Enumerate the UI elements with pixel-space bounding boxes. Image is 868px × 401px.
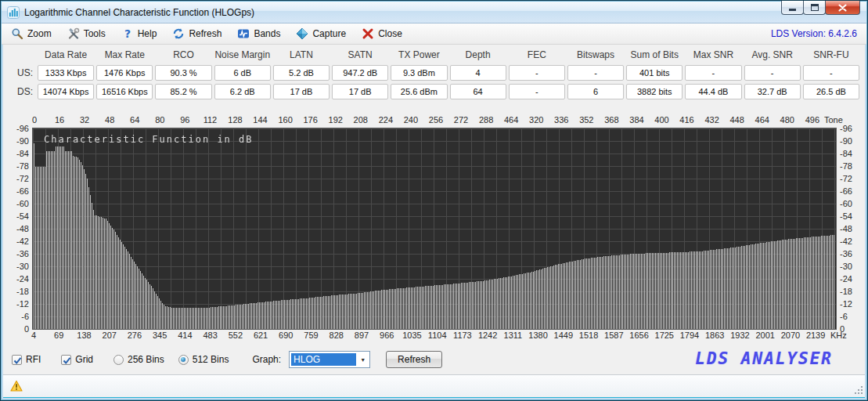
tone-tick: 496 — [805, 115, 819, 125]
toolbar-button-label: Close — [378, 28, 402, 39]
db-tick: -72 — [840, 174, 866, 183]
graph-label: Graph: — [252, 354, 281, 365]
stats-value-cell: 85.2 % — [155, 84, 211, 99]
khz-tick: 1863 — [705, 331, 724, 340]
stats-column-header: Depth — [450, 49, 506, 62]
resize-grip[interactable] — [854, 385, 863, 395]
app-window: Logarithmic Channel Characteristic Funct… — [0, 0, 868, 401]
db-tick: -36 — [840, 249, 866, 258]
toolbar-button-help[interactable]: ?Help — [121, 27, 157, 40]
khz-tick: 207 — [103, 331, 117, 340]
db-tick: -54 — [840, 211, 866, 221]
window-title: Logarithmic Channel Characteristic Funct… — [24, 7, 254, 18]
tone-tick: 224 — [379, 115, 393, 125]
maximize-button[interactable] — [803, 1, 826, 15]
db-tick: -96 — [840, 124, 866, 133]
db-tick: -48 — [2, 224, 29, 233]
chevron-down-icon[interactable]: ▼ — [356, 357, 369, 363]
lds-analyser-logo: LDS ANALYSER — [695, 349, 833, 368]
tone-tick: 368 — [604, 115, 618, 125]
stats-value-cell: 44.4 dB — [685, 84, 741, 99]
tone-tick: 112 — [203, 115, 218, 125]
toolbar-button-bands[interactable]: Bands — [237, 27, 280, 40]
stats-value-cell: 14074 Kbps — [38, 84, 94, 99]
stats-column-header: Noise Margin — [214, 49, 271, 62]
minimize-button[interactable] — [781, 1, 804, 15]
capture-icon — [296, 27, 308, 40]
refresh-button[interactable]: Refresh — [386, 351, 442, 368]
svg-text:?: ? — [124, 27, 131, 40]
db-tick: 0 — [2, 324, 29, 334]
stats-column-header: TX Power — [391, 49, 447, 62]
close-button[interactable] — [825, 1, 860, 15]
bins-256-radio[interactable] — [113, 355, 124, 365]
rfi-checkbox[interactable] — [12, 355, 22, 365]
db-tick: -90 — [840, 136, 866, 146]
chart-controls: RFI Grid 256 Bins 512 Bins Graph: HLOG ▼… — [12, 350, 442, 369]
close-x-icon — [362, 27, 374, 40]
khz-tick: 1242 — [478, 331, 497, 340]
toolbar-button-capture[interactable]: Capture — [296, 27, 346, 40]
toolbar-button-label: Refresh — [189, 28, 222, 39]
bins-512-radio[interactable] — [178, 355, 189, 365]
tone-tick: 160 — [278, 115, 292, 125]
hlog-plot-canvas[interactable] — [33, 128, 836, 329]
tone-tick: 0 — [32, 115, 37, 125]
title-bar[interactable]: Logarithmic Channel Characteristic Funct… — [2, 2, 866, 23]
khz-tick: 1656 — [629, 331, 648, 340]
toolbar-button-close[interactable]: Close — [362, 27, 402, 40]
plot-area[interactable]: Characteristic Function in dB — [32, 128, 837, 330]
db-tick: -84 — [2, 149, 29, 158]
db-tick: -60 — [2, 199, 29, 208]
khz-tick: 828 — [330, 331, 344, 340]
db-tick: -12 — [2, 299, 29, 309]
tone-tick: 336 — [554, 115, 568, 125]
khz-tick: 552 — [229, 331, 243, 340]
warning-icon — [10, 380, 23, 392]
toolbar-button-zoom[interactable]: Zoom — [11, 27, 52, 40]
db-tick: -72 — [2, 174, 29, 183]
khz-tick: 1449 — [554, 331, 573, 340]
y-axis-left: -96-90-84-78-72-66-60-54-48-42-36-30-24-… — [2, 128, 29, 330]
chart-title: Characteristic Function in dB — [44, 134, 254, 145]
stats-value-cell: 9.3 dBm — [391, 65, 447, 81]
stats-value-cell: - — [567, 65, 624, 81]
tone-tick: 400 — [654, 115, 668, 125]
tone-tick: 208 — [354, 115, 368, 125]
stats-value-cell: - — [803, 65, 859, 81]
khz-tick: 1104 — [428, 331, 447, 340]
version-label: LDS Version: 6.4.2.6 — [771, 28, 857, 39]
stats-column-header: FEC — [509, 49, 565, 62]
khz-tick: 1035 — [402, 331, 421, 340]
tone-tick: 448 — [729, 115, 744, 125]
khz-tick: 1518 — [579, 331, 598, 340]
db-tick: -18 — [840, 287, 866, 296]
khz-tick: 1932 — [730, 331, 749, 340]
khz-axis-unit: KHz — [830, 331, 847, 340]
stats-column-header: LATN — [273, 49, 330, 62]
toolbar-button-label: Zoom — [27, 28, 52, 39]
bands-icon — [237, 27, 250, 40]
tone-axis: 0163248648096112128144160176192208224240… — [32, 115, 862, 125]
stats-column-header: Max Rate — [96, 49, 153, 62]
toolbar-button-label: Tools — [84, 28, 106, 39]
stats-value-cell: 947.2 dB — [332, 65, 388, 81]
stats-value-cell: 17 dB — [332, 84, 388, 99]
khz-tick: 1794 — [680, 331, 699, 340]
stats-column-header: SNR-FU — [803, 49, 859, 62]
db-tick: -96 — [2, 124, 29, 133]
rfi-label: RFI — [26, 354, 41, 365]
stats-value-cell: 6 dB — [214, 65, 271, 81]
db-tick: -12 — [840, 299, 866, 309]
stats-value-cell: - — [685, 65, 741, 81]
tone-tick: 240 — [404, 115, 418, 125]
grid-checkbox[interactable] — [61, 355, 71, 365]
db-tick: -24 — [840, 274, 866, 284]
toolbar-button-tools[interactable]: Tools — [67, 27, 106, 40]
khz-tick: 1173 — [453, 331, 472, 340]
khz-tick: 897 — [355, 331, 369, 340]
db-tick: -66 — [2, 186, 29, 196]
graph-select[interactable]: HLOG ▼ — [289, 351, 370, 368]
toolbar-button-refresh[interactable]: Refresh — [172, 27, 222, 40]
tone-tick: 432 — [704, 115, 719, 125]
